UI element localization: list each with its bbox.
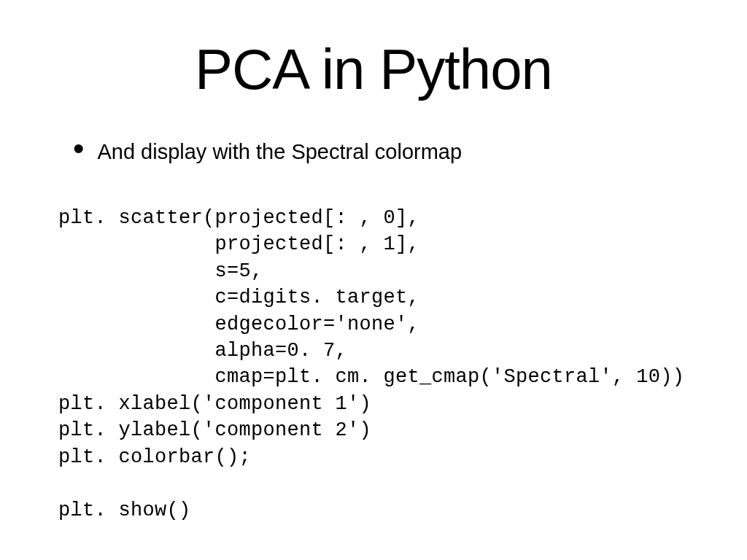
code-block: plt. scatter(projected[: , 0], projected… [58,205,711,524]
slide-title: PCA in Python [36,36,711,103]
bullet-item: • And display with the Spectral colormap [73,139,711,165]
bullet-dot-icon: • [73,139,84,158]
bullet-text: And display with the Spectral colormap [97,139,462,165]
